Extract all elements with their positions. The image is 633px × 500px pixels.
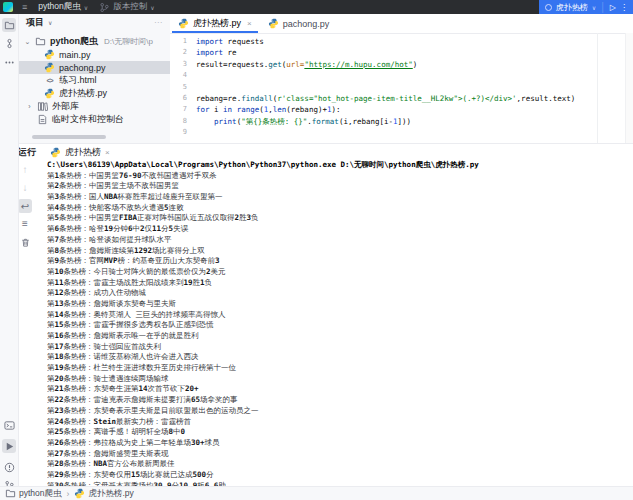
close-icon[interactable]: ×: [247, 19, 252, 28]
console-line: 第19条热榜：杜兰特生涯进球数升至历史排行榜第十一位: [47, 363, 623, 374]
tree-item-label: 临时文件和控制台: [52, 113, 124, 126]
run-tool-icon[interactable]: [2, 439, 16, 453]
chevron-down-icon: ∨: [150, 4, 154, 11]
chevron-down-icon[interactable]: ∨: [48, 19, 52, 26]
console-line: 第7条热榜：哈登谈如何提升球队水平: [47, 235, 623, 246]
console-line: 第10条热榜：今日骑士对阵火箭的最低票价仅为2美元: [47, 267, 623, 278]
console-line: 第12条热榜：成功入住动物城: [47, 288, 623, 299]
horizontal-scrollbar[interactable]: [32, 135, 106, 139]
console-line: 第27条热榜：詹姆斯盛赞里夫斯表现: [47, 449, 623, 460]
console-line: 第29条热榜：东契奇仅用15场比赛就已达成500分: [47, 470, 623, 481]
editor-guide-line: [597, 33, 598, 143]
project-panel-header: 项目 ∨ ⋯: [18, 14, 170, 31]
code-line: result=requests.get(url="https://m.hupu.…: [196, 59, 593, 70]
close-icon[interactable]: ×: [105, 148, 110, 157]
console-line: 第8条热榜：詹姆斯连续第1292场比赛得分上双: [47, 246, 623, 257]
python-file-icon: [50, 147, 61, 158]
python-file-icon: [44, 62, 55, 73]
terminal-tool-icon[interactable]: [2, 418, 16, 432]
breadcrumb-file[interactable]: 虎扑热榜.py: [88, 488, 133, 500]
folder-icon: [4, 20, 15, 31]
line-number: 7: [170, 104, 192, 115]
line-number: 6: [170, 93, 192, 104]
console-line: 第3条热榜：国人NBA杯赛胜率超过雄鹿升至联盟第一: [47, 192, 623, 203]
console-line: 第20条热榜：骑士遭遇连续两场输球: [47, 374, 623, 385]
tree-item-pachong-py[interactable]: pachong.py: [18, 61, 170, 74]
line-number: 1: [170, 36, 192, 47]
console-line: 第16条热榜：詹姆斯表示唯一在乎的就是胜利: [47, 331, 623, 342]
tree-item-scratches[interactable]: 临时文件和控制台: [18, 113, 170, 126]
code-line: for i in range(1,len(rebang)+1):: [196, 104, 593, 115]
console-line: 第9条热榜：官网MVP榜：约基奇亚历山大东契奇前3: [47, 256, 623, 267]
line-number: 3: [170, 59, 192, 70]
main-menu-icon[interactable]: ≡: [22, 2, 27, 12]
trash-icon: [20, 237, 31, 248]
editor-scrollbar[interactable]: [625, 33, 633, 143]
tab-hupu-py[interactable]: 虎扑热榜.py ×: [170, 14, 260, 33]
console-line: 第4条热榜：快船客场不敌热火遭遇5连败: [47, 203, 623, 214]
panel-options-icon[interactable]: ⋯: [154, 18, 164, 27]
title-bar: ≡ python爬虫 ∨ 版本控制 ∨ 虎扑热榜 ∨ │ ▷ ⋮: [0, 0, 633, 14]
more-tools-icon[interactable]: [2, 55, 16, 69]
console-line: 第13条热榜：詹姆斯谈东契奇与里夫斯: [47, 299, 623, 310]
up-stacktrace-icon[interactable]: ↑: [18, 162, 32, 176]
console-line: 第1条热榜：中国男篮76-90不敌韩国遭遇对手双杀: [47, 171, 623, 182]
soft-wrap-icon[interactable]: ↩: [18, 199, 32, 213]
console-line: 第26条热榜：弗拉格成为史上第二年轻单场30+球员: [47, 438, 623, 449]
tree-item-lianxi-html[interactable]: <> 练习.html: [18, 74, 170, 87]
console-line: 第24条热榜：Stein最新实力榜：雷霆榜首: [47, 417, 623, 428]
console-line: 第28条热榜：NBA官方公布最新周最佳: [47, 459, 623, 470]
console-line: 第17条热榜：骑士强回应首战失利: [47, 342, 623, 353]
project-selector[interactable]: python爬虫 ∨: [38, 1, 88, 13]
tree-item-project-root[interactable]: ⌄ python爬虫 D:\无聊时间\p: [18, 35, 170, 48]
tree-item-label: pachong.py: [59, 63, 106, 73]
play-icon: [4, 441, 15, 452]
project-panel-title: 项目: [26, 16, 44, 29]
console-line: 第18条热榜：诺维茨基称湖人也许会进入西决: [47, 352, 623, 363]
console-line: 第23条热榜：东契奇表示里夫斯是目前联盟最出色的运动员之一: [47, 406, 623, 417]
console-output: 第1条热榜：中国男篮76-90不敌韩国遭遇对手双杀第2条热榜：中国男篮主场不敌韩…: [47, 171, 623, 486]
library-icon: [37, 101, 48, 112]
editor[interactable]: 虎扑热榜.py × pachong.py 123456789 import re…: [170, 14, 633, 143]
console-command-line: C:\Users\86139\AppData\Local\Programs\Py…: [47, 160, 623, 171]
html-file-icon: <>: [44, 77, 55, 84]
problems-tool-icon[interactable]: [2, 460, 16, 474]
console-line: 第22条热榜：雷迪克表示詹姆斯未提要打满65场拿奖的事: [47, 395, 623, 406]
tree-item-path: D:\无聊时间\p: [104, 36, 153, 47]
breadcrumb-separator: ›: [67, 489, 70, 499]
scroll-to-end-icon[interactable]: ≡: [18, 216, 32, 230]
warning-circle-icon: [4, 462, 15, 473]
tab-label: 虎扑热榜.py: [193, 17, 241, 30]
tree-item-label: 外部库: [52, 100, 79, 113]
editor-tab-bar: 虎扑热榜.py × pachong.py: [170, 14, 633, 34]
vcs-selector-label: 版本控制: [113, 1, 147, 13]
tree-item-hupu-py[interactable]: 虎扑热榜.py: [18, 87, 170, 100]
console-line: 第15条热榜：雷霆手握很多选秀权各队正感到恐慌: [47, 320, 623, 331]
folder-icon: [35, 36, 46, 47]
commit-icon: [4, 38, 15, 49]
tree-item-external-libraries[interactable]: › 外部库: [18, 100, 170, 113]
tree-item-main-py[interactable]: main.py: [18, 48, 170, 61]
code-line: import requests: [196, 36, 593, 47]
clear-console-icon[interactable]: [18, 235, 32, 249]
breadcrumb-project[interactable]: python爬虫: [19, 488, 62, 500]
run-button[interactable]: ▷: [610, 3, 616, 12]
project-selector-label: python爬虫: [38, 1, 81, 13]
down-stacktrace-icon[interactable]: ↓: [18, 180, 32, 194]
caret-collapsed-icon[interactable]: ›: [26, 103, 33, 110]
commit-tool-icon[interactable]: [2, 36, 16, 50]
caret-expanded-icon[interactable]: ⌄: [24, 38, 31, 46]
run-tab-hupu[interactable]: 虎扑热榜 ×: [50, 146, 110, 159]
run-console[interactable]: C:\Users\86139\AppData\Local\Programs\Py…: [47, 160, 623, 486]
vcs-selector[interactable]: 版本控制 ∨: [99, 1, 154, 13]
code-line: [196, 127, 593, 138]
pycharm-logo-icon: [3, 2, 13, 12]
breadcrumb: python爬虫 › 虎扑热榜.py: [5, 488, 134, 500]
project-tool-icon[interactable]: [2, 18, 16, 32]
code-area[interactable]: import requestsimport reresult=requests.…: [196, 36, 593, 139]
tab-pachong-py[interactable]: pachong.py: [260, 14, 338, 33]
line-number: 4: [170, 70, 192, 81]
more-actions-button[interactable]: ⋮: [620, 3, 628, 12]
run-config-selector[interactable]: 虎扑热榜: [556, 2, 588, 13]
console-line: 第6条热榜：哈登19分钟6中2仅11分5失误: [47, 224, 623, 235]
